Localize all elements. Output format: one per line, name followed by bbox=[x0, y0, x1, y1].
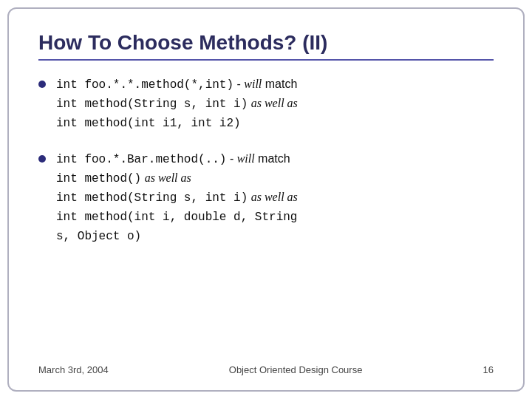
bullet2-line1-code: int foo.*.Bar.method(..) bbox=[56, 153, 226, 166]
title-divider bbox=[38, 59, 494, 61]
bullet2-line4-code: int method(int i, double d, String bbox=[56, 211, 297, 224]
footer-date: March 3rd, 2004 bbox=[38, 364, 109, 375]
bullet-dot-2 bbox=[38, 155, 46, 163]
content-area: int foo.*.*.method(*,int) - will match i… bbox=[38, 75, 494, 357]
bullet2-line5-code: s, Object o) bbox=[56, 230, 141, 243]
bullet1-line3-code: int method(int i1, int i2) bbox=[56, 117, 241, 130]
bullet-item-2: int foo.*.Bar.method(..) - will match in… bbox=[38, 150, 494, 245]
bullet2-line1-suffix: - will match bbox=[226, 152, 290, 165]
footer: March 3rd, 2004 Object Oriented Design C… bbox=[38, 357, 494, 375]
footer-page: 16 bbox=[483, 364, 494, 375]
bullet-text-1: int foo.*.*.method(*,int) - will match i… bbox=[56, 75, 298, 132]
bullet2-line2-code: int method() bbox=[56, 172, 141, 185]
footer-course: Object Oriented Design Course bbox=[229, 364, 363, 375]
bullet-item-1: int foo.*.*.method(*,int) - will match i… bbox=[38, 75, 494, 132]
slide: How To Choose Methods? (II) int foo.*.*.… bbox=[7, 7, 525, 392]
bullet2-line3-code: int method(String s, int i) bbox=[56, 191, 248, 205]
bullet2-line3-suffix: as well as bbox=[248, 191, 298, 203]
bullet1-line2-code: int method(String s, int i) bbox=[56, 98, 248, 111]
bullet2-line2-suffix: as well as bbox=[141, 171, 191, 184]
bullet1-line1-suffix: - will match bbox=[233, 78, 297, 90]
slide-title: How To Choose Methods? (II) bbox=[38, 31, 494, 55]
bullet1-line1-code: int foo.*.*.method(*,int) bbox=[56, 78, 233, 92]
bullet-dot-1 bbox=[38, 81, 46, 88]
bullet1-line2-suffix: as well as bbox=[248, 97, 298, 109]
bullet-text-2: int foo.*.Bar.method(..) - will match in… bbox=[56, 150, 298, 245]
